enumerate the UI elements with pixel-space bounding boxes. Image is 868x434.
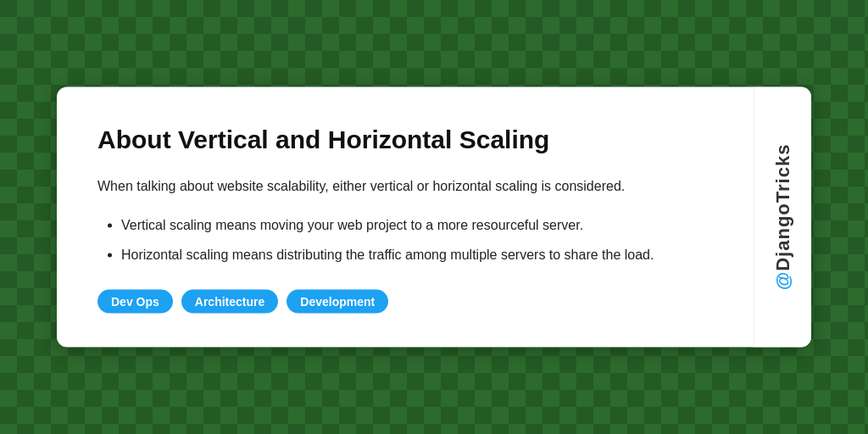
tags-container: Dev Ops Architecture Development: [97, 289, 713, 313]
sidebar-handle: @DjangoTricks: [772, 144, 794, 291]
tag-architecture[interactable]: Architecture: [181, 289, 278, 313]
handle-text: DjangoTricks: [772, 144, 793, 271]
card-main-content: About Vertical and Horizontal Scaling Wh…: [57, 87, 754, 348]
card-title: About Vertical and Horizontal Scaling: [97, 125, 713, 155]
card-sidebar: @DjangoTricks: [754, 87, 811, 348]
list-item: Horizontal scaling means distributing th…: [121, 244, 713, 266]
tag-devops[interactable]: Dev Ops: [97, 289, 173, 313]
card: About Vertical and Horizontal Scaling Wh…: [57, 87, 811, 348]
list-item: Vertical scaling means moving your web p…: [121, 214, 713, 236]
card-list: Vertical scaling means moving your web p…: [97, 214, 713, 265]
tag-development[interactable]: Development: [287, 289, 388, 313]
at-symbol: @: [772, 271, 793, 290]
card-intro: When talking about website scalability, …: [97, 175, 713, 198]
